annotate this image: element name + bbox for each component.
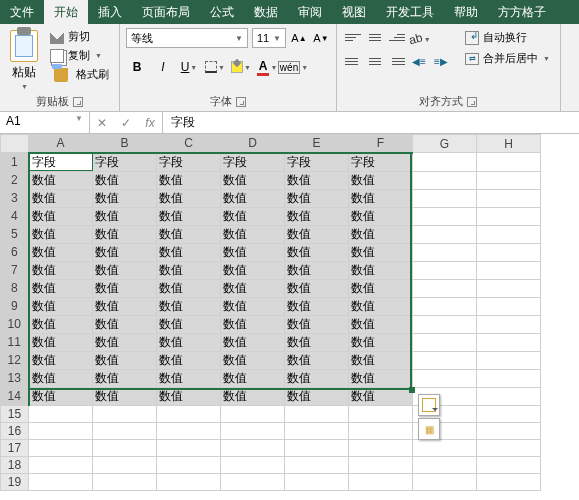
cell-H7[interactable] [477, 261, 541, 279]
cell-C10[interactable]: 数值 [157, 315, 221, 333]
cell-G17[interactable] [413, 439, 477, 456]
cell-C2[interactable]: 数值 [157, 171, 221, 189]
cell-A2[interactable]: 数值 [29, 171, 93, 189]
cell-B6[interactable]: 数值 [93, 243, 157, 261]
cell-D19[interactable] [221, 473, 285, 490]
cell-E18[interactable] [285, 456, 349, 473]
dialog-launcher-icon[interactable] [236, 97, 246, 107]
align-top-button[interactable] [343, 28, 363, 46]
cell-H19[interactable] [477, 473, 541, 490]
cell-H11[interactable] [477, 333, 541, 351]
cell-D2[interactable]: 数值 [221, 171, 285, 189]
cell-D17[interactable] [221, 439, 285, 456]
tab-页面布局[interactable]: 页面布局 [132, 0, 200, 24]
cell-B3[interactable]: 数值 [93, 189, 157, 207]
row-header-19[interactable]: 19 [1, 473, 29, 490]
cell-D12[interactable]: 数值 [221, 351, 285, 369]
cell-G7[interactable] [413, 261, 477, 279]
cell-E12[interactable]: 数值 [285, 351, 349, 369]
tab-公式[interactable]: 公式 [200, 0, 244, 24]
cell-B8[interactable]: 数值 [93, 279, 157, 297]
cell-C9[interactable]: 数值 [157, 297, 221, 315]
cell-E17[interactable] [285, 439, 349, 456]
increase-font-button[interactable]: A▲ [290, 28, 308, 48]
cell-C17[interactable] [157, 439, 221, 456]
cell-G11[interactable] [413, 333, 477, 351]
cell-A19[interactable] [29, 473, 93, 490]
format-painter-button[interactable]: 格式刷 [46, 66, 113, 83]
name-box[interactable]: A1▼ [0, 112, 90, 133]
cell-E16[interactable] [285, 422, 349, 439]
cell-B13[interactable]: 数值 [93, 369, 157, 387]
cell-A7[interactable]: 数值 [29, 261, 93, 279]
tab-视图[interactable]: 视图 [332, 0, 376, 24]
italic-button[interactable]: I [152, 56, 174, 78]
tab-文件[interactable]: 文件 [0, 0, 44, 24]
fill-color-button[interactable]: ▼ [230, 56, 252, 78]
col-header-F[interactable]: F [349, 135, 413, 153]
cell-B7[interactable]: 数值 [93, 261, 157, 279]
cell-E15[interactable] [285, 405, 349, 422]
cell-H6[interactable] [477, 243, 541, 261]
cell-A9[interactable]: 数值 [29, 297, 93, 315]
row-header-4[interactable]: 4 [1, 207, 29, 225]
cell-C8[interactable]: 数值 [157, 279, 221, 297]
cell-A12[interactable]: 数值 [29, 351, 93, 369]
tab-审阅[interactable]: 审阅 [288, 0, 332, 24]
cell-F5[interactable]: 数值 [349, 225, 413, 243]
cell-F9[interactable]: 数值 [349, 297, 413, 315]
row-header-12[interactable]: 12 [1, 351, 29, 369]
formula-input[interactable] [163, 112, 579, 133]
cell-G10[interactable] [413, 315, 477, 333]
cell-H5[interactable] [477, 225, 541, 243]
cell-E11[interactable]: 数值 [285, 333, 349, 351]
cell-F4[interactable]: 数值 [349, 207, 413, 225]
cell-G19[interactable] [413, 473, 477, 490]
cell-A18[interactable] [29, 456, 93, 473]
row-header-11[interactable]: 11 [1, 333, 29, 351]
cell-C16[interactable] [157, 422, 221, 439]
wrap-text-button[interactable]: 自动换行 [461, 28, 554, 47]
align-bottom-button[interactable] [387, 28, 407, 46]
cell-A15[interactable] [29, 405, 93, 422]
cell-B10[interactable]: 数值 [93, 315, 157, 333]
cell-C18[interactable] [157, 456, 221, 473]
border-button[interactable]: ▼ [204, 56, 226, 78]
cell-E9[interactable]: 数值 [285, 297, 349, 315]
cell-G5[interactable] [413, 225, 477, 243]
cell-H12[interactable] [477, 351, 541, 369]
cell-F18[interactable] [349, 456, 413, 473]
cell-H10[interactable] [477, 315, 541, 333]
cell-D14[interactable]: 数值 [221, 387, 285, 405]
cell-F10[interactable]: 数值 [349, 315, 413, 333]
cell-E8[interactable]: 数值 [285, 279, 349, 297]
cell-F16[interactable] [349, 422, 413, 439]
col-header-D[interactable]: D [221, 135, 285, 153]
cell-A16[interactable] [29, 422, 93, 439]
cell-H15[interactable] [477, 405, 541, 422]
cell-F2[interactable]: 数值 [349, 171, 413, 189]
cell-G3[interactable] [413, 189, 477, 207]
cell-E14[interactable]: 数值 [285, 387, 349, 405]
cell-C12[interactable]: 数值 [157, 351, 221, 369]
cell-D9[interactable]: 数值 [221, 297, 285, 315]
cell-C7[interactable]: 数值 [157, 261, 221, 279]
tab-开始[interactable]: 开始 [44, 0, 88, 24]
cell-H18[interactable] [477, 456, 541, 473]
cell-G6[interactable] [413, 243, 477, 261]
row-header-5[interactable]: 5 [1, 225, 29, 243]
cell-C19[interactable] [157, 473, 221, 490]
font-color-button[interactable]: A▼ [256, 56, 278, 78]
tab-方方格子[interactable]: 方方格子 [488, 0, 556, 24]
cell-B16[interactable] [93, 422, 157, 439]
cell-B12[interactable]: 数值 [93, 351, 157, 369]
cell-F7[interactable]: 数值 [349, 261, 413, 279]
cell-D5[interactable]: 数值 [221, 225, 285, 243]
cell-D4[interactable]: 数值 [221, 207, 285, 225]
cell-B5[interactable]: 数值 [93, 225, 157, 243]
cell-A3[interactable]: 数值 [29, 189, 93, 207]
cell-D1[interactable]: 字段 [221, 153, 285, 172]
cell-A8[interactable]: 数值 [29, 279, 93, 297]
merge-center-button[interactable]: ⇄合并后居中▼ [461, 49, 554, 68]
select-all-corner[interactable] [1, 135, 29, 153]
